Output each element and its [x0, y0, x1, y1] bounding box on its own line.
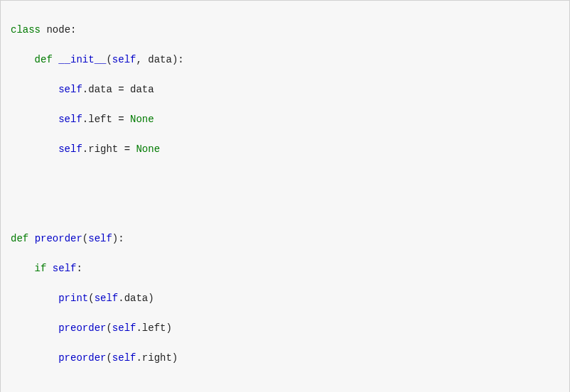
function-name: preorder [35, 233, 82, 244]
self: self [53, 263, 77, 274]
indent [11, 263, 35, 274]
operator: = [118, 84, 124, 95]
self: self [58, 114, 82, 125]
text: .right) [136, 352, 178, 364]
text: .data [82, 84, 118, 95]
self: self [112, 352, 136, 364]
code-line: self.left = None [11, 112, 559, 127]
keyword: None [130, 114, 154, 125]
indent [11, 293, 58, 304]
text: .data) [118, 293, 154, 304]
text: , data): [136, 54, 183, 65]
code-line: print(self.data) [11, 291, 559, 306]
text: ( [88, 293, 94, 304]
blank-line [11, 381, 559, 392]
code-line: def preorder(self): [11, 232, 559, 246]
text: .left [82, 114, 118, 125]
keyword: def [35, 54, 53, 65]
code-line: self.right = None [11, 142, 559, 157]
text: : [76, 263, 82, 274]
identifier: node: [46, 24, 76, 36]
indent [11, 143, 58, 155]
text: ( [106, 54, 112, 65]
text: ( [106, 352, 112, 364]
keyword: def [11, 233, 28, 244]
text [53, 54, 58, 65]
code-block: class node: def __init__(self, data): se… [0, 0, 570, 392]
function-name: print [58, 293, 88, 304]
text [46, 263, 52, 274]
text: ( [106, 322, 112, 334]
text: data [124, 84, 154, 95]
code-line: preorder(self.left) [11, 321, 559, 336]
indent [11, 322, 58, 334]
self: self [58, 143, 82, 155]
function-name: preorder [58, 352, 106, 364]
self: self [95, 293, 119, 304]
text: ): [112, 233, 124, 244]
self: self [112, 322, 136, 334]
text [124, 114, 130, 125]
function-name: __init__ [58, 54, 106, 65]
indent [11, 54, 35, 65]
keyword: None [136, 143, 160, 155]
blank-line [11, 172, 559, 187]
code-line: class node: [11, 23, 559, 38]
self: self [112, 54, 136, 65]
function-name: preorder [58, 322, 106, 334]
self: self [88, 233, 112, 244]
text: .right [82, 143, 124, 155]
text: ( [82, 233, 88, 244]
code-line: if self: [11, 261, 559, 276]
operator: = [124, 143, 130, 155]
keyword: class [11, 24, 41, 36]
text [28, 233, 34, 244]
indent [11, 114, 58, 125]
text: .left) [136, 322, 171, 334]
code-line: def __init__(self, data): [11, 53, 559, 67]
indent [11, 352, 58, 364]
operator: = [118, 114, 124, 125]
blank-line [11, 202, 559, 217]
code-line: preorder(self.right) [11, 351, 559, 366]
code-line: self.data = data [11, 82, 559, 97]
indent [11, 84, 58, 95]
self: self [58, 84, 82, 95]
keyword: if [35, 263, 47, 274]
